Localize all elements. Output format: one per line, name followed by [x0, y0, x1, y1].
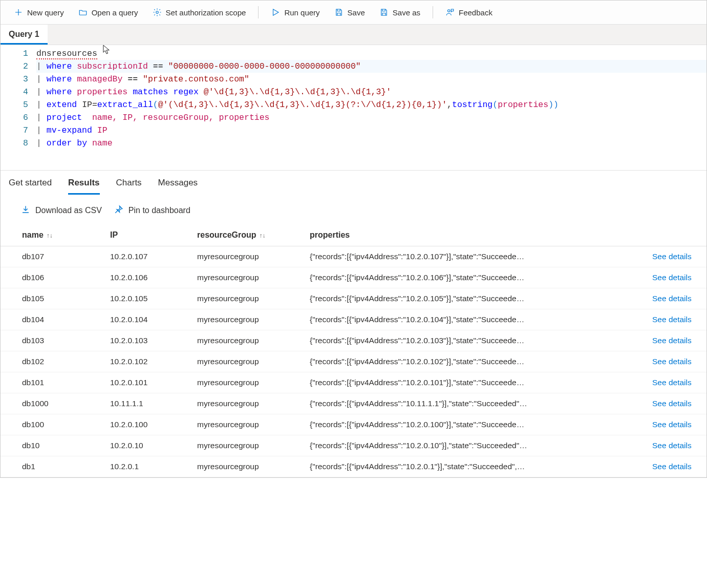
sort-icon: ↑↓ [47, 232, 53, 239]
see-details-link[interactable]: See details [652, 315, 692, 324]
see-details-link[interactable]: See details [652, 441, 692, 450]
cell-properties: {"records":[{"ipv4Address":"10.2.0.107"}… [303, 246, 645, 267]
pin-dashboard-button[interactable]: Pin to dashboard [114, 205, 190, 216]
see-details-link[interactable]: See details [652, 399, 692, 408]
tab-results[interactable]: Results [68, 178, 99, 195]
open-query-button[interactable]: Open a query [72, 5, 144, 20]
tab-query-1[interactable]: Query 1 [1, 25, 48, 45]
see-details-link[interactable]: See details [652, 336, 692, 345]
table-row[interactable]: db100010.11.1.1myresourcegroup{"records"… [1, 393, 706, 414]
cell-rg: myresourcegroup [190, 330, 303, 351]
cell-properties: {"records":[{"ipv4Address":"10.2.0.102"}… [303, 351, 645, 372]
tab-messages[interactable]: Messages [158, 178, 198, 195]
see-details-link[interactable]: See details [652, 294, 692, 303]
code-line-2[interactable]: | where subscriptionId == "00000000-0000… [36, 60, 706, 73]
see-details-link[interactable]: See details [652, 378, 692, 387]
sort-icon: ↑↓ [260, 232, 266, 239]
cell-rg: myresourcegroup [190, 414, 303, 435]
save-button[interactable]: Save [328, 5, 371, 20]
plus-icon [14, 8, 23, 17]
cell-rg: myresourcegroup [190, 267, 303, 288]
cell-rg: myresourcegroup [190, 246, 303, 267]
table-row[interactable]: db10610.2.0.106myresourcegroup{"records"… [1, 267, 706, 288]
table-row[interactable]: db10410.2.0.104myresourcegroup{"records"… [1, 309, 706, 330]
cell-rg: myresourcegroup [190, 372, 303, 393]
cell-properties: {"records":[{"ipv4Address":"10.2.0.1"}],… [303, 456, 645, 477]
cell-properties: {"records":[{"ipv4Address":"10.2.0.105"}… [303, 288, 645, 309]
new-query-button[interactable]: New query [8, 5, 70, 20]
table-row[interactable]: db10310.2.0.103myresourcegroup{"records"… [1, 330, 706, 351]
cell-properties: {"records":[{"ipv4Address":"10.2.0.106"}… [303, 267, 645, 288]
cell-name: db1000 [1, 393, 103, 414]
cell-ip: 10.2.0.103 [103, 330, 190, 351]
cell-ip: 10.2.0.104 [103, 309, 190, 330]
code-line-1[interactable]: dnsresources [36, 47, 706, 60]
cell-name: db103 [1, 330, 103, 351]
code-line-6[interactable]: | project name, IP, resourceGroup, prope… [36, 111, 706, 124]
table-row[interactable]: db1010.2.0.10myresourcegroup{"records":[… [1, 435, 706, 456]
code-line-5[interactable]: | extend IP=extract_all(@'(\d{1,3}\.\d{1… [36, 98, 706, 111]
column-header-name[interactable]: name↑↓ [1, 224, 103, 246]
cell-properties: {"records":[{"ipv4Address":"10.2.0.101"}… [303, 372, 645, 393]
column-header-rg[interactable]: resourceGroup↑↓ [190, 224, 303, 246]
table-row[interactable]: db10710.2.0.107myresourcegroup{"records"… [1, 246, 706, 267]
see-details-link[interactable]: See details [652, 252, 692, 261]
run-query-button[interactable]: Run query [265, 5, 326, 20]
code-line-7[interactable]: | mv-expand IP [36, 124, 706, 137]
code-line-3[interactable]: | where managedBy == "private.contoso.co… [36, 73, 706, 86]
table-row[interactable]: db10210.2.0.102myresourcegroup{"records"… [1, 351, 706, 372]
save-label: Save [348, 8, 365, 17]
code-body[interactable]: dnsresources | where subscriptionId == "… [36, 47, 706, 150]
svg-point-1 [448, 10, 451, 12]
see-details-link[interactable]: See details [652, 273, 692, 282]
save-as-icon [379, 8, 389, 17]
cell-name: db107 [1, 246, 103, 267]
download-icon [21, 205, 30, 216]
cell-name: db106 [1, 267, 103, 288]
see-details-link[interactable]: See details [652, 420, 692, 429]
cell-ip: 10.2.0.10 [103, 435, 190, 456]
table-row[interactable]: db10510.2.0.105myresourcegroup{"records"… [1, 288, 706, 309]
cell-name: db10 [1, 435, 103, 456]
feedback-label: Feedback [459, 8, 492, 17]
cell-rg: myresourcegroup [190, 288, 303, 309]
code-editor[interactable]: 1 2 3 4 5 6 7 8 dnsresources | where sub… [1, 45, 706, 171]
toolbar-separator [433, 6, 433, 18]
cell-rg: myresourcegroup [190, 435, 303, 456]
run-query-label: Run query [284, 8, 319, 17]
line-gutter: 1 2 3 4 5 6 7 8 [1, 47, 36, 150]
code-line-4[interactable]: | where properties matches regex @'\d{1,… [36, 86, 706, 98]
result-tab-bar: Get started Results Charts Messages [1, 171, 706, 195]
table-header-row: name↑↓ IP resourceGroup↑↓ properties [1, 224, 706, 246]
person-feedback-icon [445, 8, 455, 17]
table-row[interactable]: db10110.2.0.101myresourcegroup{"records"… [1, 372, 706, 393]
folder-icon [78, 8, 88, 17]
cell-properties: {"records":[{"ipv4Address":"10.2.0.100"}… [303, 414, 645, 435]
column-header-ip[interactable]: IP [103, 224, 190, 246]
pin-icon [114, 205, 123, 216]
table-row[interactable]: db10010.2.0.100myresourcegroup{"records"… [1, 414, 706, 435]
auth-scope-label: Set authorization scope [166, 8, 246, 17]
see-details-link[interactable]: See details [652, 357, 692, 366]
cell-properties: {"records":[{"ipv4Address":"10.11.1.1"}]… [303, 393, 645, 414]
gear-icon [153, 8, 162, 17]
tab-charts[interactable]: Charts [116, 178, 142, 195]
result-actions: Download as CSV Pin to dashboard [1, 195, 706, 224]
cell-rg: myresourcegroup [190, 309, 303, 330]
cell-name: db100 [1, 414, 103, 435]
table-row[interactable]: db110.2.0.1myresourcegroup{"records":[{"… [1, 456, 706, 477]
see-details-link[interactable]: See details [652, 462, 692, 471]
cell-name: db102 [1, 351, 103, 372]
download-csv-button[interactable]: Download as CSV [21, 205, 102, 216]
cell-ip: 10.2.0.100 [103, 414, 190, 435]
cell-ip: 10.2.0.107 [103, 246, 190, 267]
column-header-properties[interactable]: properties [303, 224, 645, 246]
tab-get-started[interactable]: Get started [9, 178, 52, 195]
code-line-8[interactable]: | order by name [36, 137, 706, 150]
pin-dashboard-label: Pin to dashboard [128, 206, 190, 215]
toolbar-separator [258, 6, 259, 18]
save-as-button[interactable]: Save as [373, 5, 426, 20]
toolbar: New query Open a query Set authorization… [1, 1, 706, 25]
feedback-button[interactable]: Feedback [439, 5, 499, 20]
auth-scope-button[interactable]: Set authorization scope [146, 5, 252, 20]
